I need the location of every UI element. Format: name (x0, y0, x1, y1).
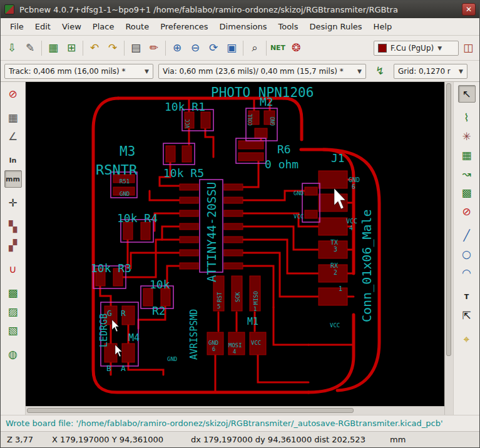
pcb-label: LEDRGB (98, 313, 110, 347)
undo-icon[interactable]: ↶ (86, 39, 103, 57)
menu-help[interactable]: Help (368, 19, 398, 34)
menu-view[interactable]: View (56, 19, 87, 34)
menu-place[interactable]: Place (87, 19, 120, 34)
auto-track-width-icon[interactable]: ↯ (371, 63, 389, 80)
close-button[interactable]: ✕ (462, 3, 476, 16)
menu-preferences[interactable]: Preferences (155, 19, 213, 34)
pcb-label: 6 (212, 346, 215, 352)
pcb-label: 10k R3 (91, 262, 131, 275)
drc-icon[interactable]: ❂ (287, 39, 305, 57)
module-viewer-icon[interactable]: ⊞ (63, 39, 80, 57)
redo-icon[interactable]: ↷ (104, 39, 121, 57)
pcb-label: Conn_01x06_Male (359, 209, 374, 322)
horizontal-scrollbar-thumb[interactable] (27, 408, 354, 413)
track-autodel-icon[interactable]: ∪ (4, 260, 22, 278)
horizontal-scrollbar[interactable] (26, 406, 444, 415)
add-arc-icon[interactable]: ◠ (458, 264, 476, 282)
pcb-label: B (106, 364, 111, 373)
pcb-label: 4 (233, 349, 236, 355)
toolbar-separator (243, 41, 243, 56)
menu-tools[interactable]: Tools (272, 19, 304, 34)
add-footprint-icon[interactable]: ▦ (458, 146, 476, 164)
info-bar: Z 3,77 X 179,197000 Y 94,361000 dx 179,1… (1, 431, 479, 447)
chevron-down-icon: ▼ (145, 68, 149, 74)
zoom-fit-icon[interactable]: ▣ (223, 39, 240, 57)
zone-outline-icon[interactable]: ▧ (4, 322, 22, 339)
toolbar-separator (41, 41, 42, 56)
add-graphic-line-icon[interactable]: ╱ (458, 227, 476, 244)
footprint-mode-icon[interactable]: ◫ (459, 39, 477, 57)
pcb-label: 4 (349, 225, 353, 232)
pcb-label: GND (294, 190, 304, 196)
ratsnest-visibility-icon[interactable]: ▚ (4, 218, 22, 235)
local-ratsnest-icon[interactable]: ✳ (458, 128, 476, 145)
pcbnew-app-icon (4, 4, 14, 14)
pcb-label: GND (270, 116, 276, 126)
units-mm-icon[interactable]: mm (4, 170, 22, 188)
pcb-label: J1 (331, 151, 345, 165)
add-target-icon[interactable]: ⌖ (458, 330, 476, 348)
cursor-position: X 179,197000 Y 94,361000 (52, 435, 191, 444)
menu-edit[interactable]: Edit (29, 19, 56, 34)
select-tool-icon[interactable]: ↖ (458, 85, 476, 103)
menu-route[interactable]: Route (120, 19, 155, 34)
add-dimension-icon[interactable]: ⇱ (458, 307, 476, 324)
zoom-out-icon[interactable]: ⊖ (186, 39, 204, 57)
relative-position: dx 179,197000 dy 94,361000 dist 202,523 (191, 435, 390, 444)
add-zone-icon[interactable]: ▩ (458, 184, 476, 201)
drc-off-icon[interactable]: ⊘ (4, 85, 22, 103)
cursor-shape-icon[interactable]: ✛ (4, 194, 22, 211)
pcb-canvas[interactable]: PHOTO NPN120610k R1M2M3RSNTR10k R5R60 oh… (26, 82, 444, 406)
module-editor-icon[interactable]: ▦ (44, 39, 62, 57)
grid-visibility-icon[interactable]: ▦ (4, 109, 22, 126)
module-ratsnest-icon[interactable]: ▞ (4, 237, 22, 254)
via-size-select[interactable]: Via: 0,60 mm (23,6 mils)/ 0,40 mm (15,7 … (158, 64, 366, 79)
zoom-in-icon[interactable]: ⊕ (168, 39, 186, 57)
pcb-drawing: PHOTO NPN120610k R1M2M3RSNTR10k R5R60 oh… (26, 82, 444, 406)
page-settings-icon[interactable]: ✎ (21, 39, 39, 57)
pcb-label: ATTINY44-20SSU (205, 182, 218, 282)
pcb-label: R (121, 308, 126, 318)
vertical-scrollbar[interactable] (444, 82, 453, 415)
layer-select[interactable]: F.Cu (PgUp) ▼ (374, 41, 459, 56)
vertical-scrollbar-thumb[interactable] (446, 83, 451, 356)
pcb-label: VCC (346, 218, 357, 225)
netlist-icon[interactable]: NET (269, 39, 287, 57)
grid-select[interactable]: Grid: 0,1270 r ▼ (394, 64, 467, 79)
find-icon[interactable]: ⌕ (246, 39, 263, 57)
canvas-column: PHOTO NPN120610k R1M2M3RSNTR10k R5R60 oh… (26, 82, 444, 415)
route-tracks-icon[interactable]: ↝ (458, 165, 476, 183)
zone-show-icon[interactable]: ▩ (4, 284, 22, 302)
menu-dimensions[interactable]: Dimensions (214, 19, 273, 34)
add-circle-icon[interactable]: ○ (458, 245, 476, 263)
units-inch-icon[interactable]: In (4, 151, 22, 169)
track-width-select[interactable]: Track: 0,406 mm (16,00 mils) * ▼ (4, 64, 153, 79)
pcb-label: MOSI (228, 342, 242, 349)
pcb-label: SCK (235, 292, 241, 302)
print-icon[interactable]: ▤ (127, 39, 145, 57)
pcb-label: R2 (152, 304, 166, 317)
auto-width-slot: ↯ (371, 63, 389, 80)
pcb-label: A (121, 364, 126, 373)
zoom-redraw-icon[interactable]: ⟳ (205, 39, 222, 57)
menu-file[interactable]: File (4, 19, 29, 34)
add-text-icon[interactable]: T (458, 288, 476, 305)
units-indicator: mm (390, 435, 406, 444)
high-contrast-icon[interactable]: ◍ (4, 345, 22, 363)
zone-hide-icon[interactable]: ▨ (4, 303, 22, 320)
pcb-label: COLL (248, 114, 253, 126)
zoom-level: Z 3,77 (7, 435, 52, 444)
pcb-label: VCC (251, 340, 261, 346)
toolbar-separator (266, 41, 267, 56)
status-message-bar: Wrote board file: '/home/fablabo/ramiro-… (1, 415, 479, 431)
footprint-mode-slot: ◫ (459, 39, 477, 57)
polar-coords-icon[interactable]: ∠ (4, 128, 22, 145)
pcb-label: GND (349, 176, 360, 183)
add-keepout-icon[interactable]: ⊘ (458, 203, 476, 220)
highlight-net-icon[interactable]: ⌇ (458, 109, 476, 126)
menu-design-rules[interactable]: Design Rules (304, 19, 368, 34)
title-bar[interactable]: Pcbnew 4.0.7+dfsg1-1~bpo9+1 /home/fablab… (1, 1, 479, 18)
plot-icon[interactable]: ✏ (145, 39, 163, 57)
pcb-label: M1 (247, 316, 258, 327)
save-board-icon[interactable]: ⇩ (3, 39, 21, 57)
